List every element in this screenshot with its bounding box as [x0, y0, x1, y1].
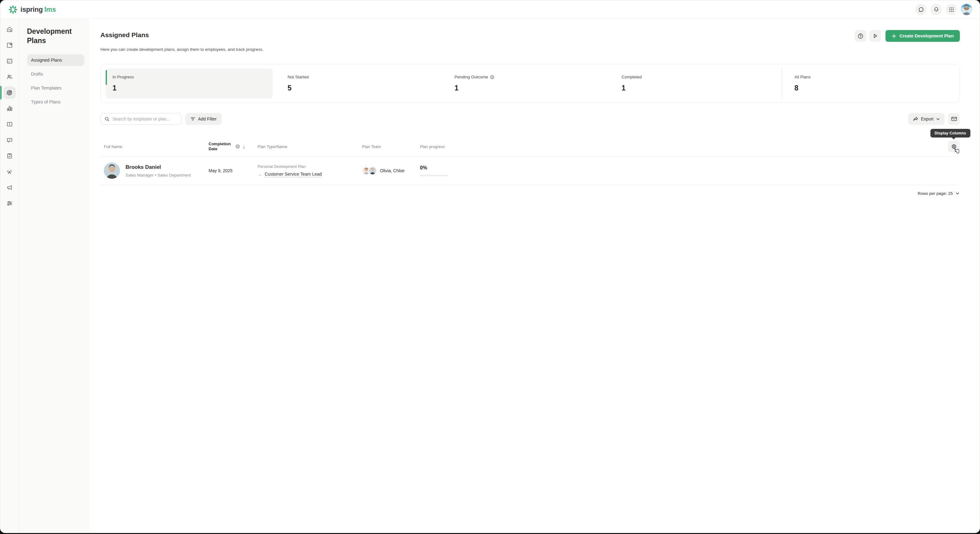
logo-text-ispring: ispring	[21, 6, 43, 14]
stat-in-progress[interactable]: In Progress 1	[106, 68, 273, 99]
stat-value: 8	[794, 84, 955, 92]
sidebar-item-label: Plan Templates	[31, 86, 62, 91]
rail-item-home[interactable]	[3, 23, 16, 36]
create-button-label: Create Development Plan	[899, 33, 954, 38]
calendar-icon	[6, 57, 13, 64]
header-label: Completion Date	[208, 141, 233, 152]
table-row[interactable]: Brooks Daniel Sales Manager • Sales Depa…	[100, 156, 960, 185]
ispring-logo[interactable]: ispringlms	[8, 5, 56, 14]
export-label: Export	[921, 116, 934, 121]
rail-item-announcements[interactable]	[3, 181, 16, 194]
ispring-flower-icon	[8, 5, 18, 14]
coaching-icon	[6, 168, 13, 175]
plus-icon	[892, 34, 896, 38]
display-columns-button[interactable]	[948, 141, 960, 153]
stat-label: Completed	[621, 75, 782, 79]
stat-value: 1	[455, 84, 615, 92]
rail-item-courses[interactable]	[3, 39, 16, 51]
create-development-plan-button[interactable]: Create Development Plan	[886, 30, 960, 42]
sidebar-item-plan-templates[interactable]: Plan Templates	[27, 82, 84, 94]
goal-icon	[6, 89, 13, 96]
rail-item-questions[interactable]: ?	[3, 134, 16, 146]
kiosk-icon	[6, 121, 13, 128]
play-icon	[872, 33, 878, 39]
plan-team-cell[interactable]: Olivia, Chloe	[362, 166, 420, 175]
chevron-down-icon[interactable]	[956, 192, 959, 194]
sliders-icon	[6, 200, 13, 207]
rail-item-development-plans[interactable]	[3, 86, 16, 99]
plan-progress-cell: 0%	[420, 165, 946, 176]
chat-question-icon: ?	[6, 137, 13, 143]
stat-pending-outcome[interactable]: Pending Outcome ? 1	[448, 68, 615, 99]
progress-bar	[420, 175, 448, 176]
users-icon	[6, 73, 13, 80]
rail-item-reports[interactable]	[3, 102, 16, 114]
rail-item-people[interactable]	[3, 71, 16, 83]
help-dot-icon: ?	[235, 145, 240, 149]
employee-avatar	[104, 163, 120, 179]
export-icon	[913, 117, 918, 121]
apps-grid-icon	[949, 7, 954, 13]
header-full-name[interactable]: Full Name	[104, 145, 208, 149]
display-columns-tooltip: Display Columns	[931, 129, 970, 138]
sidebar-item-assigned-plans[interactable]: Assigned Plans	[27, 54, 84, 66]
search-input[interactable]	[113, 116, 178, 121]
employee-subtitle: Sales Manager • Sales Department	[126, 173, 191, 178]
stat-all-plans[interactable]: All Plans 8	[782, 68, 955, 99]
sidebar-item-label: Assigned Plans	[31, 57, 62, 63]
sidebar-item-drafts[interactable]: Drafts	[27, 68, 84, 80]
sidebar-item-types-of-plans[interactable]: Types of Plans	[27, 96, 84, 108]
sort-desc-icon[interactable]: ↓	[243, 144, 245, 149]
apps-launcher-button[interactable]	[946, 4, 957, 15]
rail-item-info-kiosk[interactable]	[3, 118, 16, 130]
email-report-button[interactable]	[948, 113, 960, 125]
plans-table: Display Columns Full Name Completion Dat…	[100, 131, 960, 185]
stat-not-started[interactable]: Not Started 5	[281, 68, 448, 99]
completion-date-cell: May 9, 2025	[208, 168, 258, 173]
sidebar: Development Plans Assigned Plans Drafts …	[19, 19, 89, 533]
help-button[interactable]	[854, 30, 866, 42]
stat-completed[interactable]: Completed 1	[614, 68, 782, 99]
pagination: Rows per page: 25	[100, 191, 960, 196]
search-icon	[105, 116, 110, 122]
table-toolbar: Add Filter Export	[100, 113, 960, 125]
sidebar-item-label: Drafts	[31, 72, 43, 76]
envelope-icon	[951, 116, 957, 121]
watch-video-button[interactable]	[869, 30, 881, 42]
help-dot-icon: ?	[490, 75, 494, 79]
export-button[interactable]: Export	[908, 113, 945, 125]
add-filter-button[interactable]: Add Filter	[185, 113, 221, 125]
stat-value: 1	[621, 84, 782, 92]
header-plan-team[interactable]: Plan Team	[362, 145, 420, 149]
header-plan-progress[interactable]: Plan progress	[420, 145, 946, 149]
rail-item-coaching[interactable]	[3, 165, 16, 178]
bar-chart-icon	[6, 105, 13, 112]
header-completion-date[interactable]: Completion Date ? ↓	[208, 141, 258, 152]
employee-name[interactable]: Brooks Daniel	[126, 164, 191, 170]
rail-item-assignments[interactable]	[3, 149, 16, 162]
user-avatar[interactable]	[961, 4, 972, 15]
plan-name-link[interactable]: Customer Service Team Lead	[265, 172, 322, 177]
stats-card: In Progress 1 Not Started 5 Pending Outc…	[100, 64, 960, 103]
stat-value: 5	[288, 84, 448, 92]
search-box[interactable]	[100, 113, 181, 125]
team-names: Olivia, Chloe	[380, 168, 404, 173]
header-plan-type-name[interactable]: Plan Type/Name	[258, 145, 362, 149]
chat-icon	[918, 6, 924, 13]
add-filter-label: Add Filter	[198, 116, 216, 121]
stat-value: 1	[113, 84, 273, 92]
rows-per-page[interactable]: Rows per page: 25	[918, 191, 953, 196]
tooltip-arrow	[951, 137, 956, 139]
bell-icon	[933, 6, 939, 13]
chevron-down-icon	[936, 118, 940, 120]
megaphone-icon	[6, 184, 13, 191]
svg-text:?: ?	[9, 139, 10, 141]
sidebar-title: Development Plans	[27, 27, 84, 46]
rail-item-calendar[interactable]	[3, 55, 16, 67]
notifications-button[interactable]	[931, 4, 942, 15]
chat-button[interactable]	[915, 4, 927, 15]
stat-label: In Progress	[113, 75, 273, 79]
nav-rail: ?	[0, 19, 19, 533]
stat-label: Pending Outcome	[455, 75, 488, 79]
rail-item-settings[interactable]	[3, 197, 16, 210]
